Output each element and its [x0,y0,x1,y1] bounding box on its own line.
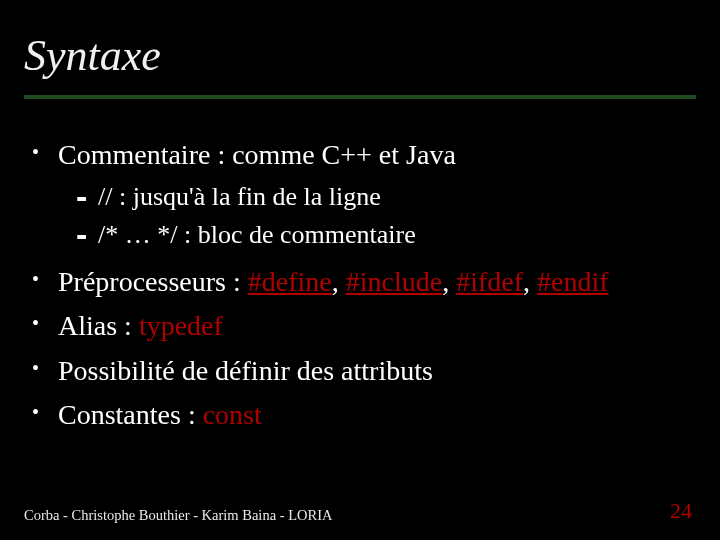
kw-include: #include [346,266,442,297]
slide: Syntaxe Commentaire : comme C++ et Java … [0,0,720,540]
sub-list-commentaire: // : jusqu'à la fin de la ligne /* … */ … [58,178,696,253]
alias-prefix: Alias : [58,310,139,341]
kw-typedef: typedef [139,310,223,341]
bullet-commentaire: Commentaire : comme C++ et Java // : jus… [24,133,696,254]
bullet-attributs: Possibilité de définir des attributs [24,349,696,392]
sep3: , [523,266,537,297]
bullet-list: Commentaire : comme C++ et Java // : jus… [24,133,696,436]
sub-line-comment: // : jusqu'à la fin de la ligne [58,178,696,216]
bullet-preprocesseurs: Préprocesseurs : #define, #include, #ifd… [24,260,696,303]
bullet-alias: Alias : typedef [24,304,696,347]
title-underline [24,95,696,99]
const-prefix: Constantes : [58,399,203,430]
page-number: 24 [670,498,692,524]
slide-title: Syntaxe [24,30,696,81]
sep1: , [332,266,346,297]
bullet-constantes: Constantes : const [24,393,696,436]
kw-define: #define [248,266,332,297]
kw-const: const [203,399,262,430]
sep2: , [442,266,456,297]
sub-block-comment: /* … */ : bloc de commentaire [58,216,696,254]
bullet-commentaire-text: Commentaire : comme C++ et Java [58,139,456,170]
preproc-prefix: Préprocesseurs : [58,266,248,297]
kw-endif: #endif [537,266,609,297]
footer-text: Corba - Christophe Bouthier - Karim Bain… [24,507,332,524]
kw-ifdef: #ifdef [456,266,523,297]
